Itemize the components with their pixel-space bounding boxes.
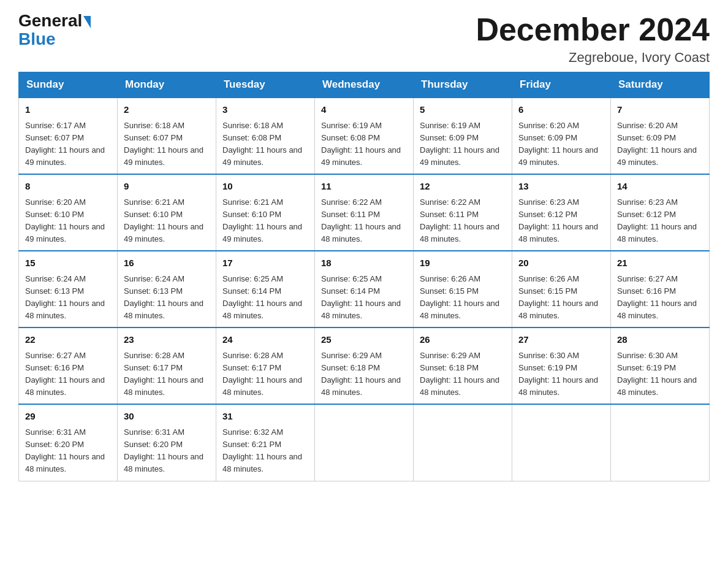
- location-subtitle: Zegreboue, Ivory Coast: [476, 50, 710, 66]
- table-row: 2 Sunrise: 6:18 AMSunset: 6:07 PMDayligh…: [118, 98, 216, 174]
- day-info: Sunrise: 6:17 AMSunset: 6:07 PMDaylight:…: [25, 120, 111, 169]
- table-row: 7 Sunrise: 6:20 AMSunset: 6:09 PMDayligh…: [611, 98, 710, 174]
- table-row: [512, 404, 611, 481]
- table-row: 14 Sunrise: 6:23 AMSunset: 6:12 PMDaylig…: [611, 174, 710, 251]
- day-number: 9: [124, 180, 210, 194]
- day-info: Sunrise: 6:25 AMSunset: 6:14 PMDaylight:…: [321, 273, 407, 323]
- table-row: 21 Sunrise: 6:27 AMSunset: 6:16 PMDaylig…: [611, 251, 710, 327]
- day-number: 28: [617, 333, 703, 347]
- day-number: 5: [420, 103, 506, 117]
- table-row: 27 Sunrise: 6:30 AMSunset: 6:19 PMDaylig…: [512, 327, 611, 404]
- table-row: 18 Sunrise: 6:25 AMSunset: 6:14 PMDaylig…: [315, 251, 414, 327]
- table-row: 8 Sunrise: 6:20 AMSunset: 6:10 PMDayligh…: [19, 174, 118, 251]
- table-row: 16 Sunrise: 6:24 AMSunset: 6:13 PMDaylig…: [118, 251, 216, 327]
- page-header: General Blue December 2024 Zegreboue, Iv…: [18, 12, 710, 66]
- day-number: 1: [25, 103, 111, 117]
- table-row: 31 Sunrise: 6:32 AMSunset: 6:21 PMDaylig…: [216, 404, 315, 481]
- day-info: Sunrise: 6:19 AMSunset: 6:08 PMDaylight:…: [321, 120, 407, 169]
- day-info: Sunrise: 6:31 AMSunset: 6:20 PMDaylight:…: [25, 426, 111, 476]
- table-row: 10 Sunrise: 6:21 AMSunset: 6:10 PMDaylig…: [216, 174, 315, 251]
- calendar-week-4: 22 Sunrise: 6:27 AMSunset: 6:16 PMDaylig…: [19, 327, 710, 404]
- day-info: Sunrise: 6:22 AMSunset: 6:11 PMDaylight:…: [420, 196, 506, 246]
- day-number: 23: [124, 333, 210, 347]
- table-row: 12 Sunrise: 6:22 AMSunset: 6:11 PMDaylig…: [414, 174, 512, 251]
- day-number: 11: [321, 180, 407, 194]
- table-row: 9 Sunrise: 6:21 AMSunset: 6:10 PMDayligh…: [118, 174, 216, 251]
- table-row: 6 Sunrise: 6:20 AMSunset: 6:09 PMDayligh…: [512, 98, 611, 174]
- table-row: 26 Sunrise: 6:29 AMSunset: 6:18 PMDaylig…: [414, 327, 512, 404]
- logo-triangle-icon: [83, 16, 91, 28]
- table-row: 19 Sunrise: 6:26 AMSunset: 6:15 PMDaylig…: [414, 251, 512, 327]
- table-row: 5 Sunrise: 6:19 AMSunset: 6:09 PMDayligh…: [414, 98, 512, 174]
- col-sunday: Sunday: [19, 72, 118, 98]
- day-number: 25: [321, 333, 407, 347]
- col-friday: Friday: [512, 72, 611, 98]
- table-row: 23 Sunrise: 6:28 AMSunset: 6:17 PMDaylig…: [118, 327, 216, 404]
- table-row: 20 Sunrise: 6:26 AMSunset: 6:15 PMDaylig…: [512, 251, 611, 327]
- day-info: Sunrise: 6:28 AMSunset: 6:17 PMDaylight:…: [124, 350, 210, 399]
- day-info: Sunrise: 6:20 AMSunset: 6:10 PMDaylight:…: [25, 196, 111, 246]
- day-number: 17: [222, 256, 308, 270]
- day-info: Sunrise: 6:19 AMSunset: 6:09 PMDaylight:…: [420, 120, 506, 169]
- table-row: [315, 404, 414, 481]
- day-number: 6: [518, 103, 604, 117]
- day-info: Sunrise: 6:30 AMSunset: 6:19 PMDaylight:…: [518, 350, 604, 399]
- day-number: 4: [321, 103, 407, 117]
- day-info: Sunrise: 6:25 AMSunset: 6:14 PMDaylight:…: [222, 273, 308, 323]
- day-info: Sunrise: 6:21 AMSunset: 6:10 PMDaylight:…: [124, 196, 210, 246]
- logo-general-text: General: [18, 12, 82, 29]
- calendar-week-5: 29 Sunrise: 6:31 AMSunset: 6:20 PMDaylig…: [19, 404, 710, 481]
- day-number: 3: [222, 103, 308, 117]
- table-row: 17 Sunrise: 6:25 AMSunset: 6:14 PMDaylig…: [216, 251, 315, 327]
- day-info: Sunrise: 6:23 AMSunset: 6:12 PMDaylight:…: [518, 196, 604, 246]
- day-number: 22: [25, 333, 111, 347]
- title-area: December 2024 Zegreboue, Ivory Coast: [476, 12, 710, 66]
- table-row: 22 Sunrise: 6:27 AMSunset: 6:16 PMDaylig…: [19, 327, 118, 404]
- calendar-week-2: 8 Sunrise: 6:20 AMSunset: 6:10 PMDayligh…: [19, 174, 710, 251]
- table-row: 13 Sunrise: 6:23 AMSunset: 6:12 PMDaylig…: [512, 174, 611, 251]
- day-info: Sunrise: 6:26 AMSunset: 6:15 PMDaylight:…: [518, 273, 604, 323]
- day-number: 12: [420, 180, 506, 194]
- table-row: 3 Sunrise: 6:18 AMSunset: 6:08 PMDayligh…: [216, 98, 315, 174]
- table-row: [611, 404, 710, 481]
- col-wednesday: Wednesday: [315, 72, 414, 98]
- table-row: 30 Sunrise: 6:31 AMSunset: 6:20 PMDaylig…: [118, 404, 216, 481]
- day-number: 20: [518, 256, 604, 270]
- day-number: 8: [25, 180, 111, 194]
- day-number: 21: [617, 256, 703, 270]
- day-number: 13: [518, 180, 604, 194]
- day-info: Sunrise: 6:30 AMSunset: 6:19 PMDaylight:…: [617, 350, 703, 399]
- day-number: 26: [420, 333, 506, 347]
- day-number: 27: [518, 333, 604, 347]
- logo: General Blue: [18, 12, 92, 49]
- day-number: 19: [420, 256, 506, 270]
- logo-blue-text: Blue: [18, 29, 56, 49]
- table-row: 28 Sunrise: 6:30 AMSunset: 6:19 PMDaylig…: [611, 327, 710, 404]
- day-info: Sunrise: 6:18 AMSunset: 6:07 PMDaylight:…: [124, 120, 210, 169]
- col-monday: Monday: [118, 72, 216, 98]
- day-info: Sunrise: 6:31 AMSunset: 6:20 PMDaylight:…: [124, 426, 210, 476]
- col-saturday: Saturday: [611, 72, 710, 98]
- day-info: Sunrise: 6:23 AMSunset: 6:12 PMDaylight:…: [617, 196, 703, 246]
- day-number: 14: [617, 180, 703, 194]
- day-info: Sunrise: 6:21 AMSunset: 6:10 PMDaylight:…: [222, 196, 308, 246]
- calendar-table: Sunday Monday Tuesday Wednesday Thursday…: [18, 72, 710, 481]
- day-number: 15: [25, 256, 111, 270]
- day-info: Sunrise: 6:29 AMSunset: 6:18 PMDaylight:…: [321, 350, 407, 399]
- day-number: 29: [25, 410, 111, 424]
- day-info: Sunrise: 6:20 AMSunset: 6:09 PMDaylight:…: [518, 120, 604, 169]
- calendar-header-row: Sunday Monday Tuesday Wednesday Thursday…: [19, 72, 710, 98]
- day-info: Sunrise: 6:18 AMSunset: 6:08 PMDaylight:…: [222, 120, 308, 169]
- day-number: 16: [124, 256, 210, 270]
- day-info: Sunrise: 6:24 AMSunset: 6:13 PMDaylight:…: [124, 273, 210, 323]
- day-number: 2: [124, 103, 210, 117]
- col-tuesday: Tuesday: [216, 72, 315, 98]
- table-row: 15 Sunrise: 6:24 AMSunset: 6:13 PMDaylig…: [19, 251, 118, 327]
- day-info: Sunrise: 6:29 AMSunset: 6:18 PMDaylight:…: [420, 350, 506, 399]
- day-info: Sunrise: 6:22 AMSunset: 6:11 PMDaylight:…: [321, 196, 407, 246]
- day-number: 31: [222, 410, 308, 424]
- day-number: 7: [617, 103, 703, 117]
- table-row: [414, 404, 512, 481]
- table-row: 11 Sunrise: 6:22 AMSunset: 6:11 PMDaylig…: [315, 174, 414, 251]
- day-info: Sunrise: 6:26 AMSunset: 6:15 PMDaylight:…: [420, 273, 506, 323]
